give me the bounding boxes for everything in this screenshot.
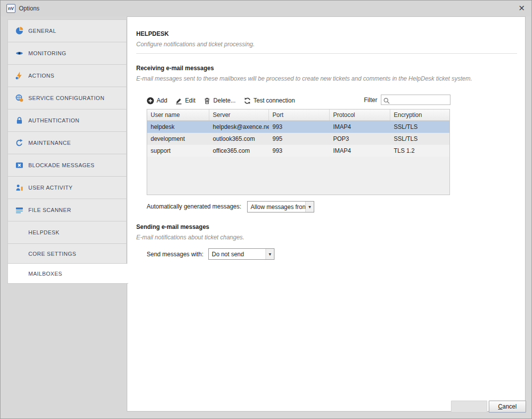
add-button-label: Add xyxy=(157,97,167,104)
sidebar-item-label: BLOCKADE MESSAGES xyxy=(28,162,94,168)
cell-encryption: SSL/TLS xyxy=(390,121,449,133)
content-panel: HELPDESK Configure notifications and tic… xyxy=(127,16,526,412)
sidebar-item-general[interactable]: GENERAL xyxy=(8,20,126,42)
sidebar-item-label: ACTIONS xyxy=(28,73,54,79)
chevron-down-icon: ▾ xyxy=(305,202,314,212)
mailbox-toolbar: Add Edit Delete... Test connection xyxy=(147,95,295,106)
cell-port: 993 xyxy=(269,121,330,133)
test-connection-button-label: Test connection xyxy=(254,97,295,104)
sidebar-item-label: HELPDESK xyxy=(28,229,60,235)
filter-label: Filter xyxy=(364,97,377,104)
sidebar-item-user-activity[interactable]: USER ACTIVITY xyxy=(8,177,126,199)
sidebar-item-label: CORE SETTINGS xyxy=(28,251,76,257)
cell-encryption: TLS 1.2 xyxy=(390,145,449,157)
cell-protocol: IMAP4 xyxy=(330,145,390,157)
cell-protocol: POP3 xyxy=(330,133,390,145)
refresh-icon xyxy=(244,97,251,105)
column-header-user-name[interactable]: User name xyxy=(147,109,209,120)
search-icon xyxy=(383,97,390,106)
page-title: HELPDESK xyxy=(136,30,169,37)
actions-icon xyxy=(15,72,28,80)
sending-section-description: E-mail notifications about ticket change… xyxy=(136,234,244,241)
cell-port: 993 xyxy=(269,145,330,157)
page-subtitle: Configure notifications and ticket proce… xyxy=(136,41,255,48)
column-header-server[interactable]: Server xyxy=(209,109,269,120)
send-with-label: Send messages with: xyxy=(147,251,203,258)
cell-user-name: support xyxy=(147,145,209,157)
cell-user-name: development xyxy=(147,133,209,145)
auto-generated-label: Automatically generated messages: xyxy=(147,203,241,210)
table-row[interactable]: support office365.com 993 IMAP4 TLS 1.2 xyxy=(147,145,449,157)
filter-box xyxy=(381,95,450,105)
test-connection-button[interactable]: Test connection xyxy=(244,97,295,105)
sidebar-item-service-configuration[interactable]: SERVICE CONFIGURATION xyxy=(8,87,126,109)
cell-server: office365.com xyxy=(209,145,269,157)
table-row[interactable]: helpdesk helpdesk@axence.net 993 IMAP4 S… xyxy=(147,121,449,133)
send-with-dropdown[interactable]: Do not send ▾ xyxy=(208,248,274,260)
cell-server: helpdesk@axence.net xyxy=(209,121,269,133)
title-bar[interactable]: nV Options ✕ xyxy=(0,0,532,16)
delete-button[interactable]: Delete... xyxy=(203,97,236,105)
cell-encryption: SSL/TLS xyxy=(390,133,449,145)
filter-group: Filter xyxy=(364,95,450,105)
sidebar-item-label: MONITORING xyxy=(28,50,66,56)
options-dialog: nV Options ✕ GENERAL MONITORING ACTIONS xyxy=(0,0,532,419)
sidebar-item-core-settings[interactable]: CORE SETTINGS xyxy=(8,244,126,264)
cell-user-name: helpdesk xyxy=(147,121,209,133)
sidebar-item-maintenance[interactable]: MAINTENANCE xyxy=(8,132,126,154)
column-header-port[interactable]: Port xyxy=(269,109,330,120)
service-configuration-icon xyxy=(15,94,28,102)
sidebar-item-label: MAINTENANCE xyxy=(28,140,71,146)
table-header: User name Server Port Protocol Encryptio… xyxy=(147,109,449,121)
sidebar-item-label: FILE SCANNER xyxy=(28,207,71,213)
receiving-section-description: E-mail messages sent to these mailboxes … xyxy=(136,75,472,82)
cell-protocol: IMAP4 xyxy=(330,121,390,133)
filter-input[interactable] xyxy=(392,96,449,104)
window-title: Options xyxy=(19,5,39,12)
general-icon xyxy=(15,27,28,35)
edit-button-label: Edit xyxy=(185,97,195,104)
column-header-encryption[interactable]: Encryption xyxy=(390,109,449,120)
divider xyxy=(136,53,517,54)
user-activity-icon xyxy=(15,184,28,192)
auto-generated-dropdown[interactable]: Allow messages fron ▾ xyxy=(247,201,314,212)
maintenance-icon xyxy=(15,139,28,147)
monitoring-icon xyxy=(15,49,28,57)
sidebar-item-helpdesk[interactable]: HELPDESK xyxy=(8,221,126,244)
cancel-button[interactable]: Cancel xyxy=(489,401,526,413)
blockade-messages-icon xyxy=(15,161,28,169)
authentication-icon xyxy=(15,116,28,124)
cell-server: outlook365.com xyxy=(209,133,269,145)
sidebar-item-file-scanner[interactable]: FILE SCANNER xyxy=(8,199,126,221)
app-logo-icon: nV xyxy=(6,4,15,13)
send-with-dropdown-value: Do not send xyxy=(209,251,266,258)
edit-button[interactable]: Edit xyxy=(175,97,195,105)
column-header-protocol[interactable]: Protocol xyxy=(330,109,390,120)
ok-button[interactable] xyxy=(451,401,487,413)
sending-section-title: Sending e-mail messages xyxy=(136,223,209,230)
sidebar-item-label: SERVICE CONFIGURATION xyxy=(28,95,104,101)
sidebar-item-label: USER ACTIVITY xyxy=(28,185,73,191)
sidebar-item-mailboxes[interactable]: MAILBOXES xyxy=(8,264,128,284)
close-icon[interactable]: ✕ xyxy=(519,4,525,13)
add-icon xyxy=(147,97,154,105)
sidebar-item-label: AUTHENTICATION xyxy=(28,117,80,123)
sidebar: GENERAL MONITORING ACTIONS SERVICE CONFI… xyxy=(7,19,127,284)
sidebar-item-label: GENERAL xyxy=(28,28,56,34)
cell-port: 995 xyxy=(269,133,330,145)
sidebar-item-monitoring[interactable]: MONITORING xyxy=(8,42,126,65)
auto-generated-dropdown-value: Allow messages fron xyxy=(248,204,305,210)
receiving-section-title: Receiving e-mail messages xyxy=(136,65,214,72)
delete-button-label: Delete... xyxy=(213,97,236,104)
file-scanner-icon xyxy=(15,206,28,214)
sidebar-item-label: MAILBOXES xyxy=(28,271,62,277)
sidebar-item-actions[interactable]: ACTIONS xyxy=(8,65,126,87)
chevron-down-icon: ▾ xyxy=(266,249,274,259)
cancel-button-label-rest: ancel xyxy=(502,403,517,410)
add-button[interactable]: Add xyxy=(147,97,167,105)
sidebar-item-authentication[interactable]: AUTHENTICATION xyxy=(8,109,126,132)
mailbox-table: User name Server Port Protocol Encryptio… xyxy=(147,109,450,195)
table-row[interactable]: development outlook365.com 995 POP3 SSL/… xyxy=(147,133,449,145)
sidebar-item-blockade-messages[interactable]: BLOCKADE MESSAGES xyxy=(8,154,126,177)
delete-icon xyxy=(203,97,211,105)
